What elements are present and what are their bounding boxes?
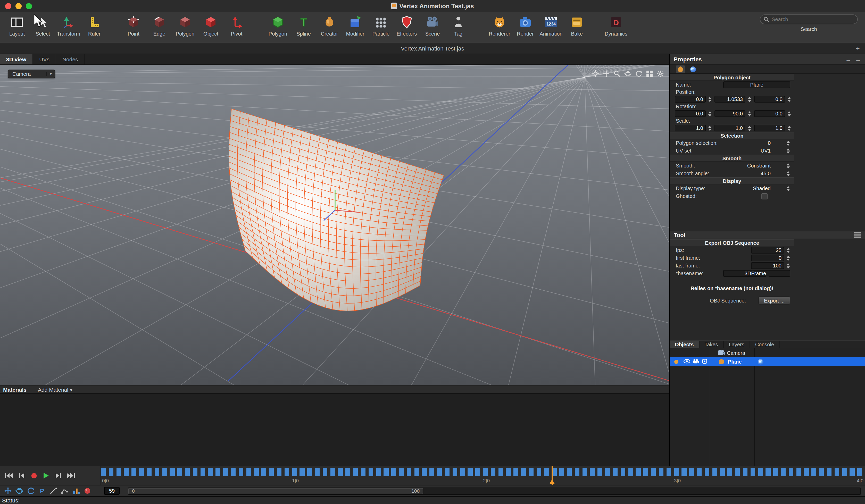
visibility-eye-icon[interactable] bbox=[683, 359, 690, 364]
keyframe-tick[interactable] bbox=[147, 468, 152, 476]
orbit-tool-icon[interactable] bbox=[15, 487, 23, 495]
keyframe-tick[interactable] bbox=[727, 468, 732, 476]
keyframe-tick[interactable] bbox=[261, 468, 266, 476]
keyframe-tick[interactable] bbox=[399, 468, 404, 476]
smooth-angle-value[interactable]: 45.0 bbox=[761, 171, 771, 176]
bake-button[interactable]: Bake bbox=[564, 14, 590, 37]
keyframe-tick[interactable] bbox=[491, 468, 495, 476]
keyframe-tick[interactable] bbox=[559, 468, 564, 476]
particle-button[interactable]: Particle bbox=[368, 14, 394, 37]
keyframe-tick[interactable] bbox=[567, 468, 572, 476]
keyframe-tick[interactable] bbox=[132, 468, 136, 476]
keyframe-tick[interactable] bbox=[277, 468, 281, 476]
scale-y-field[interactable]: 1.0 bbox=[714, 125, 746, 131]
stepper[interactable] bbox=[707, 96, 712, 103]
keyframe-tick[interactable] bbox=[537, 468, 541, 476]
keyframe-tick[interactable] bbox=[422, 468, 427, 476]
keyframe-tick[interactable] bbox=[651, 468, 656, 476]
keyframe-tick[interactable] bbox=[689, 468, 694, 476]
basename-field[interactable]: 3DFrame_ bbox=[723, 270, 790, 277]
tab-uvs[interactable]: UVs bbox=[33, 54, 56, 65]
keyframe-tick[interactable] bbox=[124, 468, 129, 476]
stepper[interactable] bbox=[786, 185, 790, 192]
tool-options-icon[interactable] bbox=[854, 232, 861, 237]
keyframe-tick[interactable] bbox=[223, 468, 228, 476]
stepper[interactable] bbox=[786, 148, 790, 154]
keyframe-tick[interactable] bbox=[674, 468, 679, 476]
keyframe-tick[interactable] bbox=[483, 468, 488, 476]
polygon-object-tab[interactable] bbox=[676, 65, 685, 73]
keyframe-tick[interactable] bbox=[116, 468, 121, 476]
rotation-x-field[interactable]: 0.0 bbox=[675, 110, 706, 117]
keyframe-tick[interactable] bbox=[735, 468, 740, 476]
stepper[interactable] bbox=[786, 140, 790, 146]
pivot-tool-icon[interactable]: P bbox=[38, 487, 46, 495]
keyframe-tick[interactable] bbox=[452, 468, 457, 476]
tab-objects[interactable]: Objects bbox=[670, 341, 699, 348]
keyframe-tick[interactable] bbox=[758, 468, 763, 476]
keyframe-tick[interactable] bbox=[575, 468, 579, 476]
keyframe-tick[interactable] bbox=[407, 468, 411, 476]
keyframe-tick[interactable] bbox=[338, 468, 343, 476]
keyframe-tick[interactable] bbox=[498, 468, 503, 476]
keyframe-tick[interactable] bbox=[185, 468, 190, 476]
keyframe-tick[interactable] bbox=[819, 468, 824, 476]
stepper[interactable] bbox=[787, 110, 791, 117]
keyframe-tick[interactable] bbox=[773, 468, 778, 476]
keyframe-tick[interactable] bbox=[850, 468, 854, 476]
keyframe-tick[interactable] bbox=[720, 468, 725, 476]
skip-start-icon[interactable] bbox=[5, 472, 13, 480]
keyframe-tick[interactable] bbox=[139, 468, 144, 476]
fps-field[interactable]: 25 bbox=[751, 247, 784, 254]
keyframe-tick[interactable] bbox=[666, 468, 671, 476]
settings-icon[interactable] bbox=[657, 70, 664, 77]
views-icon[interactable] bbox=[646, 70, 653, 77]
keyframe-tick[interactable] bbox=[460, 468, 465, 476]
scene-button[interactable]: Scene bbox=[419, 14, 446, 37]
stepper[interactable] bbox=[747, 125, 752, 131]
playhead-marker[interactable] bbox=[550, 479, 555, 484]
path-tool-icon[interactable] bbox=[61, 487, 69, 495]
move-tool-icon[interactable] bbox=[4, 487, 12, 495]
keyframe-tick[interactable] bbox=[628, 468, 633, 476]
tab-nodes[interactable]: Nodes bbox=[56, 54, 85, 65]
knife-tool-icon[interactable] bbox=[49, 487, 57, 495]
keyframe-tick[interactable] bbox=[216, 468, 220, 476]
position-z-field[interactable]: 0.0 bbox=[754, 96, 785, 103]
nav-back-icon[interactable]: ← bbox=[845, 56, 851, 62]
keyframe-tick[interactable] bbox=[514, 468, 518, 476]
keyframe-tick[interactable] bbox=[345, 468, 350, 476]
camera-visibility-icon[interactable] bbox=[693, 359, 700, 364]
tab-layers[interactable]: Layers bbox=[724, 341, 750, 348]
3d-viewport[interactable]: Camera ▾ bbox=[0, 65, 669, 385]
keyframe-tick[interactable] bbox=[193, 468, 197, 476]
effectors-button[interactable]: Effectors bbox=[394, 14, 419, 37]
step-forward-icon[interactable] bbox=[55, 472, 61, 480]
dynamics-button[interactable]: D Dynamics bbox=[603, 14, 629, 37]
material-tag-icon[interactable]: m bbox=[758, 359, 763, 364]
render-visibility-icon[interactable] bbox=[702, 359, 707, 365]
minimize-window-button[interactable] bbox=[15, 3, 22, 9]
keyframe-tick[interactable] bbox=[812, 468, 816, 476]
nav-forward-icon[interactable]: → bbox=[855, 56, 861, 62]
keyframe-tick[interactable] bbox=[804, 468, 809, 476]
name-field[interactable]: Plane bbox=[723, 81, 790, 88]
keyframe-tick[interactable] bbox=[384, 468, 389, 476]
keyframe-tick[interactable] bbox=[842, 468, 847, 476]
timeline-range-thumb[interactable]: 0 100 bbox=[128, 488, 423, 494]
keyframe-tick[interactable] bbox=[208, 468, 212, 476]
keyframe-tick[interactable] bbox=[789, 468, 793, 476]
keyframe-tick[interactable] bbox=[682, 468, 687, 476]
tree-row-camera[interactable]: Camera bbox=[670, 348, 865, 357]
keyframe-tick[interactable] bbox=[368, 468, 373, 476]
modifier-button[interactable]: Modifier bbox=[342, 14, 368, 37]
polygon-mode-button[interactable]: Polygon bbox=[172, 14, 198, 37]
keyframe-tick[interactable] bbox=[239, 468, 243, 476]
stepper[interactable] bbox=[786, 162, 790, 169]
keyframe-ticks[interactable] bbox=[101, 466, 865, 478]
keyframe-tick[interactable] bbox=[781, 468, 786, 476]
keyframe-tick[interactable] bbox=[598, 468, 602, 476]
keyframe-tick[interactable] bbox=[376, 468, 381, 476]
keyframe-tick[interactable] bbox=[827, 468, 831, 476]
point-mode-button[interactable]: Point bbox=[120, 14, 147, 37]
